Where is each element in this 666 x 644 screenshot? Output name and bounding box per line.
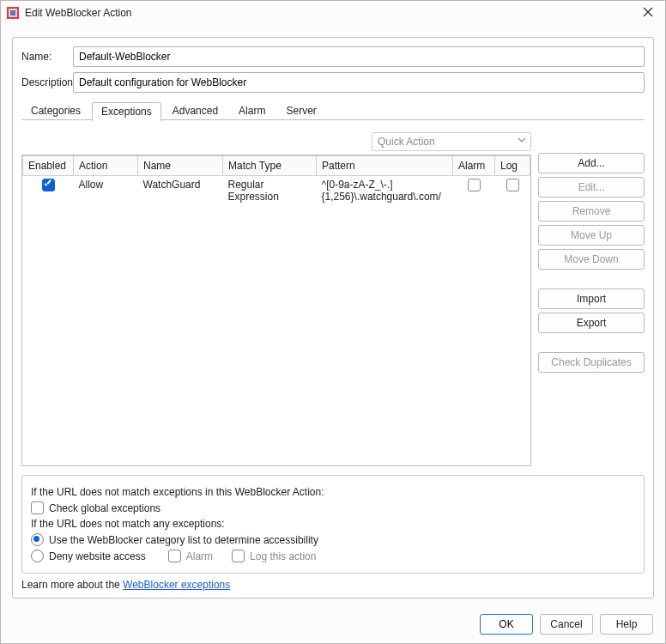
col-name[interactable]: Name xyxy=(138,156,223,176)
move-up-button[interactable]: Move Up xyxy=(538,225,645,246)
check-global-exceptions-label: Check global exceptions xyxy=(49,502,160,514)
col-alarm[interactable]: Alarm xyxy=(453,156,495,176)
cancel-button[interactable]: Cancel xyxy=(540,614,593,635)
tab-advanced[interactable]: Advanced xyxy=(163,101,227,120)
name-input[interactable] xyxy=(73,46,645,67)
row-log-checkbox[interactable] xyxy=(506,179,519,191)
export-button[interactable]: Export xyxy=(538,313,645,333)
row-match: Regular Expression xyxy=(223,176,317,206)
check-global-exceptions-checkbox[interactable] xyxy=(31,501,44,514)
name-label: Name: xyxy=(21,51,73,63)
add-button[interactable]: Add... xyxy=(538,153,645,173)
deny-log-checkbox xyxy=(232,550,245,562)
description-input[interactable] xyxy=(73,72,645,93)
row-alarm-checkbox[interactable] xyxy=(468,179,481,191)
col-match[interactable]: Match Type xyxy=(223,156,317,176)
window-title: Edit WebBlocker Action xyxy=(25,7,132,19)
side-buttons: Add... Edit... Remove Move Up Move Down … xyxy=(538,153,645,466)
radio-deny-access-label: Deny website access xyxy=(49,550,146,562)
help-button[interactable]: Help xyxy=(600,614,653,635)
dialog-footer: OK Cancel Help xyxy=(1,605,665,643)
ok-button[interactable]: OK xyxy=(480,614,533,635)
fallback-options: If the URL does not match exceptions in … xyxy=(21,475,645,574)
radio-use-category-list-label: Use the WebBlocker category list to dete… xyxy=(49,534,318,546)
fallback-heading-2: If the URL does not match any exceptions… xyxy=(31,518,635,530)
import-button[interactable]: Import xyxy=(538,289,645,309)
table-row[interactable]: Allow WatchGuard Regular Expression ^[0-… xyxy=(23,176,530,206)
col-log[interactable]: Log xyxy=(495,156,530,176)
col-action[interactable]: Action xyxy=(74,156,138,176)
close-button[interactable] xyxy=(636,3,660,23)
tab-alarm[interactable]: Alarm xyxy=(229,101,275,120)
remove-button[interactable]: Remove xyxy=(538,201,645,222)
col-pattern[interactable]: Pattern xyxy=(317,156,453,176)
learn-more-link[interactable]: WebBlocker exceptions xyxy=(123,579,230,591)
row-name: WatchGuard xyxy=(138,176,223,206)
quick-action-select[interactable]: Quick Action xyxy=(372,132,531,151)
learn-more-prefix: Learn more about the xyxy=(21,579,123,591)
row-action: Allow xyxy=(74,176,138,206)
tab-exceptions[interactable]: Exceptions xyxy=(92,102,161,121)
col-enabled[interactable]: Enabled xyxy=(23,156,74,176)
deny-log-label: Log this action xyxy=(250,550,316,562)
svg-rect-2 xyxy=(10,10,15,15)
radio-use-category-list[interactable] xyxy=(31,533,44,546)
quick-action-label: Quick Action xyxy=(378,136,435,148)
app-icon xyxy=(6,6,20,20)
move-down-button[interactable]: Move Down xyxy=(538,249,645,270)
radio-deny-access[interactable] xyxy=(31,550,44,562)
deny-alarm-checkbox xyxy=(168,550,181,562)
learn-more: Learn more about the WebBlocker exceptio… xyxy=(21,579,645,591)
edit-button[interactable]: Edit... xyxy=(538,177,645,197)
dialog-window: Edit WebBlocker Action Name: Description… xyxy=(0,0,666,644)
description-label: Description: xyxy=(21,76,73,88)
title-bar: Edit WebBlocker Action xyxy=(1,1,665,25)
row-pattern: ^[0-9a-zA-Z_\-.]{1,256}\.watchguard\.com… xyxy=(317,176,453,206)
content-frame: Name: Description: Categories Exceptions… xyxy=(12,37,654,598)
tab-server[interactable]: Server xyxy=(276,101,325,120)
fallback-heading-1: If the URL does not match exceptions in … xyxy=(31,486,635,498)
check-duplicates-button[interactable]: Check Duplicates xyxy=(538,352,645,373)
tab-categories[interactable]: Categories xyxy=(21,101,90,120)
exceptions-table: Enabled Action Name Match Type Pattern A… xyxy=(21,155,531,466)
row-enabled-checkbox[interactable] xyxy=(42,179,55,191)
tab-bar: Categories Exceptions Advanced Alarm Ser… xyxy=(21,101,645,120)
deny-alarm-label: Alarm xyxy=(186,550,213,562)
chevron-down-icon xyxy=(518,136,526,144)
